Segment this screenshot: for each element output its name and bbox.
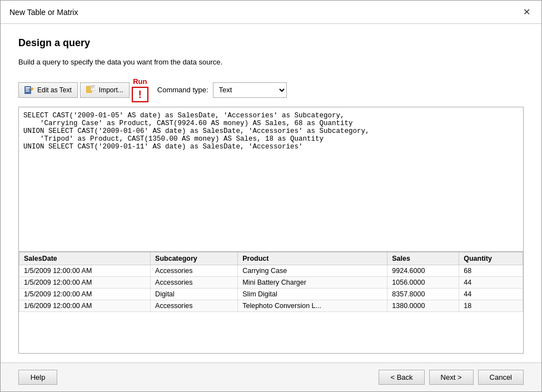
cell-3-3: 1380.0000 bbox=[387, 300, 459, 311]
table-row: 1/5/2009 12:00:00 AMDigitalSlim Digital8… bbox=[19, 288, 523, 300]
cell-2-1: Digital bbox=[151, 288, 238, 300]
dialog-title: New Table or Matrix bbox=[9, 8, 78, 17]
table-row: 1/5/2009 12:00:00 AMAccessoriesMini Batt… bbox=[19, 276, 523, 288]
page-description: Build a query to specify the data you wa… bbox=[18, 58, 524, 66]
run-button[interactable]: ! bbox=[132, 87, 148, 102]
toolbar: Edit as Text Import... bbox=[18, 77, 524, 102]
svg-rect-1 bbox=[26, 87, 30, 88]
col-header-subcategory: Subcategory bbox=[151, 252, 238, 265]
title-bar: New Table or Matrix ✕ bbox=[1, 1, 541, 24]
cell-0-2: Carrying Case bbox=[238, 265, 387, 276]
cell-1-1: Accessories bbox=[151, 276, 238, 288]
toolbar-left: Edit as Text Import... bbox=[18, 77, 287, 102]
run-button-container: Run ! bbox=[132, 77, 148, 102]
command-type-select[interactable]: Text StoredProcedure TableDirect bbox=[213, 82, 287, 98]
cell-0-4: 68 bbox=[459, 265, 523, 276]
cell-1-0: 1/5/2009 12:00:00 AM bbox=[19, 276, 151, 288]
footer-right: < Back Next > Cancel bbox=[379, 370, 524, 385]
col-header-sales: Sales bbox=[387, 252, 459, 265]
query-editor[interactable]: SELECT CAST('2009-01-05' AS date) as Sal… bbox=[18, 107, 524, 252]
table-header-row: SalesDate Subcategory Product Sales Quan… bbox=[19, 252, 523, 265]
col-header-quantity: Quantity bbox=[459, 252, 523, 265]
footer: Help < Back Next > Cancel bbox=[1, 363, 541, 391]
cell-3-1: Accessories bbox=[151, 300, 238, 311]
help-button[interactable]: Help bbox=[18, 370, 57, 385]
run-icon: ! bbox=[138, 89, 142, 101]
svg-rect-3 bbox=[26, 91, 29, 92]
svg-rect-7 bbox=[91, 86, 95, 86]
edit-as-text-label: Edit as Text bbox=[37, 86, 72, 94]
cell-1-3: 1056.0000 bbox=[387, 276, 459, 288]
col-header-product: Product bbox=[238, 252, 387, 265]
table-row: 1/6/2009 12:00:00 AMAccessoriesTelephoto… bbox=[19, 300, 523, 311]
back-button[interactable]: < Back bbox=[379, 370, 424, 385]
cell-3-0: 1/6/2009 12:00:00 AM bbox=[19, 300, 151, 311]
cell-1-2: Mini Battery Charger bbox=[238, 276, 387, 288]
cancel-button[interactable]: Cancel bbox=[478, 370, 524, 385]
content-area: Design a query Build a query to specify … bbox=[1, 24, 541, 363]
edit-as-text-button[interactable]: Edit as Text bbox=[18, 82, 78, 98]
edit-as-text-icon bbox=[24, 86, 33, 94]
cell-3-2: Telephoto Conversion L... bbox=[238, 300, 387, 311]
cell-1-4: 44 bbox=[459, 276, 523, 288]
close-button[interactable]: ✕ bbox=[520, 6, 533, 18]
page-title: Design a query bbox=[18, 37, 524, 49]
cell-0-0: 1/5/2009 12:00:00 AM bbox=[19, 265, 151, 276]
results-table-container: SalesDate Subcategory Product Sales Quan… bbox=[18, 252, 524, 354]
import-label: Import... bbox=[99, 86, 123, 94]
cell-0-3: 9924.6000 bbox=[387, 265, 459, 276]
results-table: SalesDate Subcategory Product Sales Quan… bbox=[19, 252, 523, 312]
command-type-label: Command type: bbox=[157, 86, 208, 94]
cell-2-3: 8357.8000 bbox=[387, 288, 459, 300]
next-button[interactable]: Next > bbox=[429, 370, 474, 385]
cell-2-0: 1/5/2009 12:00:00 AM bbox=[19, 288, 151, 300]
run-label: Run bbox=[133, 77, 147, 86]
cell-0-1: Accessories bbox=[151, 265, 238, 276]
col-header-salesdate: SalesDate bbox=[19, 252, 151, 265]
dialog: New Table or Matrix ✕ Design a query Bui… bbox=[0, 0, 542, 392]
svg-rect-8 bbox=[91, 87, 95, 87]
table-row: 1/5/2009 12:00:00 AMAccessoriesCarrying … bbox=[19, 265, 523, 276]
cell-3-4: 18 bbox=[459, 300, 523, 311]
cell-2-2: Slim Digital bbox=[238, 288, 387, 300]
import-button[interactable]: Import... bbox=[80, 82, 130, 98]
svg-rect-2 bbox=[26, 89, 29, 90]
cell-2-4: 44 bbox=[459, 288, 523, 300]
import-icon bbox=[86, 85, 95, 95]
svg-rect-9 bbox=[91, 88, 93, 88]
